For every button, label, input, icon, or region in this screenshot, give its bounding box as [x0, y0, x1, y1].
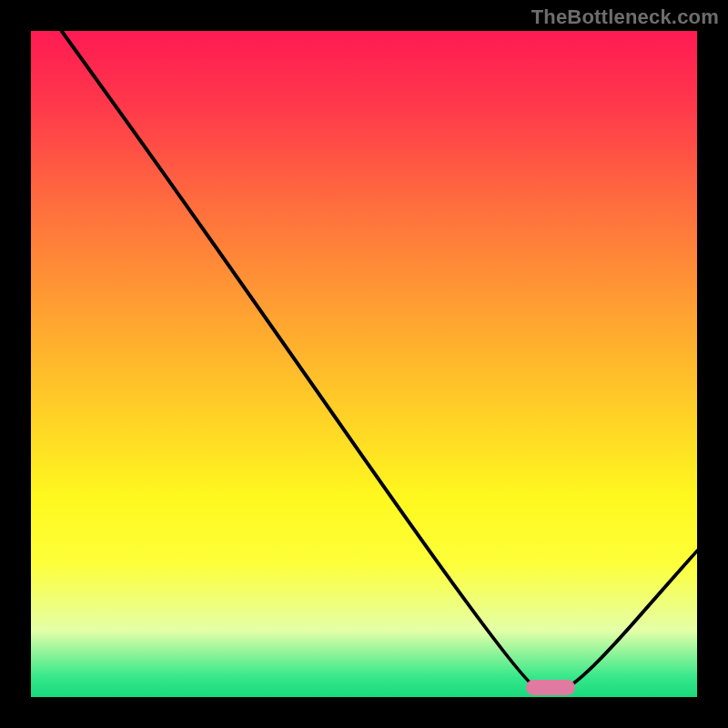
- chart-plot-area: [31, 31, 697, 697]
- optimum-marker: [526, 680, 576, 695]
- bottleneck-curve: [31, 31, 697, 697]
- watermark-text: TheBottleneck.com: [531, 5, 719, 29]
